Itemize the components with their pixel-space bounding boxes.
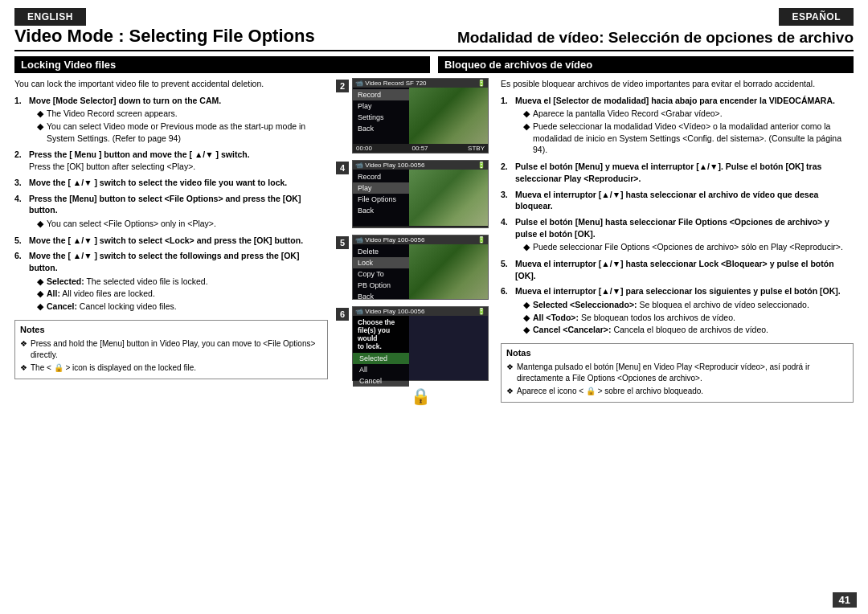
es-step-6-content: Mueva el interruptor [▲/▼] para seleccio… bbox=[515, 285, 841, 337]
menu-item-pboption-5: PB Option bbox=[353, 280, 409, 291]
es-step-6: 6. Mueva el interruptor [▲/▼] para selec… bbox=[501, 285, 854, 337]
step-1: 1. Move [Mode Selector] down to turn on … bbox=[14, 95, 328, 145]
step-6-bullet-2: ◆ All: All video files are locked. bbox=[37, 288, 328, 300]
menu-item-record-4: Record bbox=[353, 171, 409, 182]
intro-text-es: Es posible bloquear archivos de vídeo im… bbox=[501, 78, 854, 90]
notes-item-1: ❖ Press and hold the [Menu] button in Vi… bbox=[20, 338, 322, 361]
step-5-content: Move the [ ▲/▼ ] switch to select <Lock>… bbox=[29, 235, 303, 247]
option-selected: Selected bbox=[353, 353, 409, 364]
notes-item-2: ❖ The < 🔒 > icon is displayed on the loc… bbox=[20, 362, 322, 374]
screen-6-right: 🔒 bbox=[353, 387, 488, 406]
main-content: You can lock the important video file to… bbox=[14, 78, 854, 596]
es-step-4-bullet-1: ◆ Puede seleccionar File Options <Opcion… bbox=[523, 241, 854, 253]
step-1-bullet-2: ◆ You can select Video mode or Previous … bbox=[37, 121, 328, 144]
es-step-6-num: 6. bbox=[501, 285, 512, 337]
screen-2-num: 2 bbox=[336, 80, 349, 92]
notes-bullet-1: ❖ bbox=[20, 338, 27, 361]
menu-item-settings: Settings bbox=[353, 112, 409, 123]
screen-6-body: Choose the file(s) you wouldto lock. Sel… bbox=[353, 316, 488, 380]
notas-item-2: ❖ Aparece el icono < 🔒 > sobre el archiv… bbox=[506, 386, 848, 397]
lang-tabs: ENGLISH ESPAÑOL bbox=[14, 8, 854, 26]
notes-bullet-2: ❖ bbox=[20, 362, 27, 374]
screen-2-wrapper: 2 📹 Video Record SF 720 🔋 Record Play Se… bbox=[336, 78, 493, 154]
es-step-2-content: Pulse el botón [Menu] y mueva el interru… bbox=[515, 161, 854, 184]
es-step-4-content: Pulse el botón [Menu] hasta seleccionar … bbox=[515, 216, 854, 254]
screen-2: 📹 Video Record SF 720 🔋 Record Play Sett… bbox=[352, 78, 489, 154]
lang-tab-espanol: ESPAÑOL bbox=[779, 8, 854, 26]
center-column: 2 📹 Video Record SF 720 🔋 Record Play Se… bbox=[336, 78, 493, 596]
notes-title: Notes bbox=[20, 324, 322, 336]
arrow-icon-2: ◆ bbox=[37, 121, 43, 144]
step-2: 2. Press the [ Menu ] button and move th… bbox=[14, 149, 328, 172]
screen-6-wrapper: 6 📹 Video Play 100-0056 🔋 Choose the fil… bbox=[336, 306, 493, 381]
screen-6-top-text: Choose the file(s) you wouldto lock. bbox=[353, 316, 409, 353]
screen-6-header: 📹 Video Play 100-0056 🔋 bbox=[353, 307, 488, 316]
menu-item-play-4: Play bbox=[353, 182, 409, 194]
step-5-num: 5. bbox=[14, 235, 26, 247]
lang-tab-english: ENGLISH bbox=[14, 8, 86, 26]
screen-2-header: 📹 Video Record SF 720 🔋 bbox=[353, 79, 488, 88]
screen-5: 📹 Video Play 100-0056 🔋 Delete Lock Copy… bbox=[352, 235, 489, 300]
title-row: Video Mode : Selecting File Options Moda… bbox=[14, 26, 854, 51]
es-step-3: 3. Mueva el interruptor [▲/▼] hasta sele… bbox=[501, 189, 854, 212]
screen-6: 📹 Video Play 100-0056 🔋 Choose the file(… bbox=[352, 306, 489, 381]
notes-box: Notes ❖ Press and hold the [Menu] button… bbox=[14, 320, 328, 379]
option-all: All bbox=[353, 364, 409, 375]
screen-4-wrapper: 4 📹 Video Play 100-0056 🔋 Record Play Fi… bbox=[336, 160, 493, 228]
screen-5-menu: Delete Lock Copy To PB Option Back bbox=[353, 244, 409, 299]
screen-5-num: 5 bbox=[336, 236, 349, 249]
screen-6-left: Choose the file(s) you wouldto lock. Sel… bbox=[353, 316, 409, 387]
step-4-num: 4. bbox=[14, 193, 26, 231]
left-column: You can lock the important video file to… bbox=[14, 78, 328, 596]
screen-6-options: Selected All Cancel bbox=[353, 353, 409, 387]
arrow-icon-1: ◆ bbox=[37, 108, 43, 120]
option-cancel: Cancel bbox=[353, 375, 409, 387]
right-column: Es posible bloquear archivos de vídeo im… bbox=[501, 78, 854, 596]
notas-item-1: ❖ Mantenga pulsado el botón [Menu] en Vi… bbox=[506, 362, 848, 384]
es-step-6-bullet-3: ◆ Cancel <Cancelar>: Cancela el bloqueo … bbox=[523, 324, 841, 336]
es-step-5-num: 5. bbox=[501, 258, 512, 281]
step-6: 6. Move the [ ▲/▼ ] switch to select the… bbox=[14, 250, 328, 313]
es-step-4: 4. Pulse el botón [Menu] hasta seleccion… bbox=[501, 216, 854, 254]
page-title-en: Video Mode : Selecting File Options bbox=[14, 26, 434, 47]
es-step-1-num: 1. bbox=[501, 95, 512, 157]
step-4-content: Press the [Menu] button to select <File … bbox=[29, 193, 328, 231]
step-4-bullet-1: ◆ You can select <File Options> only in … bbox=[37, 218, 328, 230]
screen-2-preview bbox=[409, 88, 488, 144]
section-header-es: Bloqueo de archivos de vídeo bbox=[438, 56, 854, 73]
es-step-1-bullet-1: ◆ Aparece la pantalla Video Record <Grab… bbox=[523, 108, 854, 120]
screen-5-preview bbox=[409, 244, 488, 299]
es-step-1-bullet-2: ◆ Puede seleccionar la modalidad Video <… bbox=[523, 121, 854, 156]
menu-item-delete-5: Delete bbox=[353, 246, 409, 257]
es-step-2-num: 2. bbox=[501, 161, 512, 184]
es-step-4-num: 4. bbox=[501, 216, 512, 254]
step-1-content: Move [Mode Selector] down to turn on the… bbox=[29, 95, 328, 145]
es-step-6-bullet-2: ◆ All <Todo>: Se bloquean todos los arch… bbox=[523, 312, 841, 324]
step-1-num: 1. bbox=[14, 95, 26, 145]
es-step-3-num: 3. bbox=[501, 189, 512, 212]
diamond-icon-4: ◆ bbox=[37, 301, 43, 313]
step-5: 5. Move the [ ▲/▼ ] switch to select <Lo… bbox=[14, 235, 328, 247]
step-6-num: 6. bbox=[14, 250, 26, 313]
menu-item-back-5: Back bbox=[353, 291, 409, 302]
screen-5-header: 📹 Video Play 100-0056 🔋 bbox=[353, 235, 488, 244]
page: ENGLISH ESPAÑOL Video Mode : Selecting F… bbox=[0, 0, 868, 614]
es-step-2: 2. Pulse el botón [Menu] y mueva el inte… bbox=[501, 161, 854, 184]
screen-5-wrapper: 5 📹 Video Play 100-0056 🔋 Delete Lock Co… bbox=[336, 235, 493, 300]
intro-text-en: You can lock the important video file to… bbox=[14, 78, 328, 90]
menu-item-back: Back bbox=[353, 123, 409, 134]
es-step-5-content: Mueva el interruptor [▲/▼] hasta selecci… bbox=[515, 258, 854, 281]
screen-4-header: 📹 Video Play 100-0056 🔋 bbox=[353, 161, 488, 170]
es-step-1: 1. Mueva el [Selector de modalidad] haci… bbox=[501, 95, 854, 157]
screen-4: 📹 Video Play 100-0056 🔋 Record Play File… bbox=[352, 160, 489, 228]
notas-box: Notas ❖ Mantenga pulsado el botón [Menu]… bbox=[501, 343, 854, 403]
step-3-num: 3. bbox=[14, 177, 26, 189]
section-headers: Locking Video files Bloqueo de archivos … bbox=[14, 56, 854, 73]
diamond-icon-1: ◆ bbox=[37, 218, 43, 230]
menu-item-copyto-5: Copy To bbox=[353, 268, 409, 280]
menu-item-fileopts-4: File Options bbox=[353, 194, 409, 205]
screen-4-preview bbox=[409, 170, 488, 226]
step-1-text: Move [Mode Selector] down to turn on the… bbox=[29, 96, 221, 105]
menu-item-play: Play bbox=[353, 100, 409, 112]
step-2-content: Press the [ Menu ] button and move the [… bbox=[29, 149, 250, 172]
